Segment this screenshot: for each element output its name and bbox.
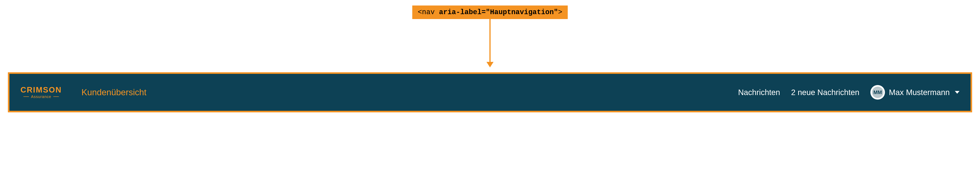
- annotation-container: <nav aria-label="Hauptnavigation">: [0, 0, 980, 67]
- user-name: Max Mustermann: [889, 88, 950, 97]
- code-annotation-badge: <nav aria-label="Hauptnavigation">: [412, 5, 568, 19]
- code-suffix: >: [558, 8, 562, 16]
- messages-status: 2 neue Nachrichten: [791, 88, 859, 97]
- user-menu[interactable]: MM Max Mustermann: [870, 85, 959, 100]
- logo-divider-left-icon: [24, 97, 29, 97]
- logo-main-text: CRIMSON: [21, 86, 62, 94]
- main-navigation: CRIMSON Assurance Kundenübersicht Nachri…: [8, 72, 972, 113]
- messages-link[interactable]: Nachrichten: [738, 88, 780, 97]
- avatar: MM: [870, 85, 885, 100]
- code-attr: aria-label="Hauptnavigation": [439, 8, 558, 16]
- annotation-arrow: [487, 19, 493, 67]
- avatar-initials: MM: [872, 87, 883, 98]
- page-title: Kundenübersicht: [81, 87, 146, 97]
- arrow-head-icon: [487, 62, 493, 67]
- logo-sub-row: Assurance: [24, 95, 59, 99]
- chevron-down-icon: [955, 91, 959, 94]
- code-prefix: <nav: [418, 8, 439, 16]
- arrow-line: [489, 19, 491, 62]
- brand-logo[interactable]: CRIMSON Assurance: [21, 86, 62, 99]
- logo-sub-text: Assurance: [31, 95, 51, 99]
- logo-divider-right-icon: [53, 97, 59, 97]
- nav-right-group: Nachrichten 2 neue Nachrichten MM Max Mu…: [738, 85, 959, 100]
